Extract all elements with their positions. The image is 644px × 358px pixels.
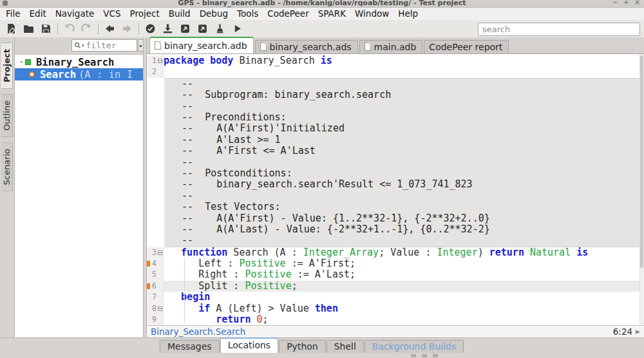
line-number: 8 (152, 303, 158, 314)
tree-item-search[interactable]: Search(A : in I (15, 68, 143, 80)
menu-item-file[interactable]: File (1, 8, 25, 20)
side-tab-outline[interactable]: Outline (1, 94, 13, 137)
annotation-line: -- A(A'First) - Value: {1..2**32-1}, {-2… (164, 213, 643, 224)
annotation-line: -- A(A'Last) - Value: {-2**32+1..-1}, {0… (164, 224, 643, 235)
gutter-mark-icon[interactable] (147, 261, 150, 267)
code-line-5: 5 Right : Positive := A'Last; (147, 269, 644, 280)
menu-item-window[interactable]: Window (350, 8, 393, 20)
open-folder-button[interactable] (21, 21, 37, 37)
code-segment: return (489, 247, 524, 258)
back-button[interactable] (102, 21, 118, 37)
menu-item-navigate[interactable]: Navigate (51, 8, 99, 20)
filter-input[interactable] (86, 41, 129, 50)
code-line-2: 2 (147, 66, 644, 77)
menu-bar: FileEditNavigateVCSProjectBuildDebugTool… (0, 8, 644, 20)
editor-area: binary_search.adbbinary_search.adsmain.a… (147, 37, 644, 337)
code-segment (164, 291, 181, 303)
line-number: 1 (152, 55, 158, 66)
build-main-button[interactable] (142, 21, 158, 37)
annotation-line: -- (164, 79, 643, 90)
expander-icon[interactable]: ▾ (17, 59, 25, 65)
code-text[interactable]: Left : Positive := A'First; (164, 258, 644, 269)
code-text[interactable]: function Search (A : Integer_Array; Valu… (164, 247, 644, 258)
editor-tab-label: binary_search.ads (270, 42, 352, 52)
bottom-strip (0, 353, 644, 358)
editor-tab-binary-search-adb[interactable]: binary_search.adb (149, 37, 254, 53)
clean-button[interactable] (212, 21, 228, 37)
window-controls[interactable]: − + × (612, 0, 643, 6)
search-input[interactable] (478, 23, 640, 36)
code-text[interactable]: Right : Positive := A'Last; (164, 269, 644, 280)
file-icon (155, 41, 161, 50)
gutter: 6 (147, 281, 164, 292)
code-segment: ; (292, 280, 298, 292)
status-entity-link[interactable]: Binary_Search.Search (151, 326, 245, 337)
fold-toggle-icon[interactable] (158, 306, 162, 311)
code-segment: ; (263, 314, 269, 325)
save-button[interactable] (38, 21, 54, 37)
prove-all-icon (197, 23, 208, 34)
editor-scrollbar[interactable] (639, 54, 644, 325)
fold-toggle-icon[interactable] (158, 250, 162, 255)
side-tab-project[interactable]: Project (1, 42, 13, 89)
code-text[interactable]: package body Binary_Search is (164, 55, 644, 66)
prove-file-button[interactable] (177, 21, 193, 37)
undo-icon (64, 23, 75, 34)
orange-circle-icon (29, 71, 35, 77)
menu-item-edit[interactable]: Edit (25, 8, 51, 20)
gutter: 7 (147, 292, 164, 303)
menu-item-project[interactable]: Project (126, 8, 164, 20)
code-segment: Positive (239, 258, 285, 269)
bottom-tab-messages[interactable]: Messages (160, 340, 220, 353)
code-text[interactable] (164, 66, 644, 77)
run-main-button[interactable] (229, 21, 245, 37)
bottom-tab-shell[interactable]: Shell (327, 340, 364, 353)
code-segment: Positive (245, 268, 291, 280)
menu-item-spark[interactable]: SPARK (314, 8, 350, 20)
install-icon (162, 23, 173, 34)
code-segment: Right : (164, 268, 245, 280)
side-tab-scenario[interactable]: Scenario (1, 142, 13, 192)
gutter: 9 (147, 314, 164, 325)
code-segment: Split : (164, 280, 245, 292)
code-line-7: 7 begin (147, 292, 644, 303)
code-segment: if (198, 303, 210, 314)
line-number: 7 (152, 292, 158, 303)
gutter-mark-icon[interactable] (147, 283, 150, 289)
editor-scrollbar-thumb[interactable] (640, 55, 643, 268)
menu-item-debug[interactable]: Debug (195, 8, 232, 20)
code-text[interactable]: return 0; (164, 314, 644, 325)
menu-item-tools[interactable]: Tools (232, 8, 263, 20)
tree-item-binary-search[interactable]: ▾Binary_Search (15, 56, 143, 68)
editor-tab-main-adb[interactable]: main.adb (359, 40, 423, 53)
bottom-tab-python[interactable]: Python (279, 340, 326, 353)
toolbar-separator (98, 23, 99, 34)
menu-item-help[interactable]: Help (393, 8, 422, 20)
install-button[interactable] (160, 21, 176, 37)
annotation-line: -- Postconditions: (164, 168, 643, 179)
forward-button (119, 21, 135, 37)
bottom-tab-background-builds[interactable]: Background Builds (365, 340, 464, 353)
prove-all-button[interactable] (194, 21, 211, 37)
code-segment: := A'First; (286, 258, 355, 269)
codepeer-annotation-block: -- -- Subprogram: binary_search.search -… (164, 78, 644, 247)
fold-toggle-icon[interactable] (158, 59, 162, 63)
code-text[interactable]: if A (Left) > Value then (164, 303, 644, 314)
code-text[interactable]: begin (164, 292, 644, 303)
editor-tab-codepeer-report[interactable]: CodePeer report (424, 40, 509, 53)
undo-button (61, 21, 77, 37)
annotation-line: -- Preconditions: (164, 112, 643, 123)
new-file-button[interactable] (3, 21, 19, 37)
menu-item-codepeer[interactable]: CodePeer (263, 8, 313, 20)
filter-kind-caret-icon[interactable]: ▾ (82, 43, 84, 48)
bottom-tab-locations[interactable]: Locations (220, 337, 279, 353)
green-square-icon (25, 59, 31, 65)
menu-item-vcs[interactable]: VCS (99, 8, 125, 20)
gutter: 4 (147, 258, 164, 269)
code-segment: Natural (530, 247, 571, 258)
editor-tab-binary-search-ads[interactable]: binary_search.ads (255, 40, 358, 53)
code-segment: is (576, 247, 588, 258)
project-panel: ▾ ▾Binary_SearchSearch(A : in I (15, 37, 143, 337)
menu-item-build[interactable]: Build (164, 8, 195, 20)
code-text[interactable]: Split : Positive; (164, 281, 644, 292)
